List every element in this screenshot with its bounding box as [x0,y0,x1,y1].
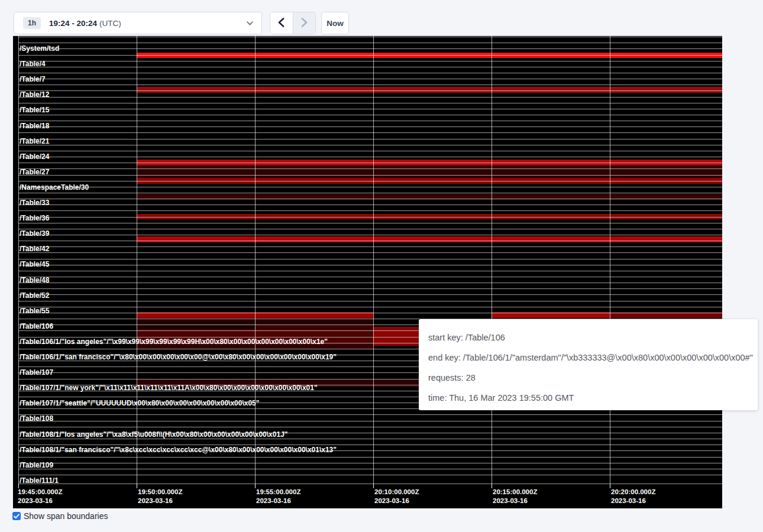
show-span-boundaries-label: Show span boundaries [24,512,108,521]
key-span-label: /Table/45 [20,261,49,268]
key-span-label: /Table/36 [20,215,49,222]
x-axis-date-label: 2023-03-16 [256,497,291,505]
span-boundary-line [18,229,722,229]
span-boundary-line [18,109,722,109]
span-boundary-line [18,73,722,73]
chevron-right-icon [301,18,308,29]
x-axis-time-label: 20:20:00.000Z [611,488,655,496]
heat-band[interactable] [137,87,722,93]
key-span-label: /Table/106/1/"san francisco"/"\x80\x00\x… [20,353,337,361]
span-boundary-line [18,439,722,439]
checkmark-icon [14,511,20,521]
key-span-label: /Table/48 [20,277,49,284]
time-gridline [492,35,492,488]
show-span-boundaries-checkbox[interactable] [12,512,21,520]
axis-tick [610,484,610,488]
heatmap-canvas[interactable]: 19:45:00.000Z2023-03-1619:50:00.000Z2023… [13,35,722,508]
key-span-label: /Table/7 [20,76,46,83]
axis-tick [137,484,137,488]
span-boundary-line [18,463,722,463]
cell-tooltip: start key: /Table/106 end key: /Table/10… [419,319,758,410]
axis-tick [255,484,256,488]
key-span-label: /Table/106/1/"los angeles"/"\x99\x99\x99… [20,338,328,346]
key-span-label: /Table/111/1 [20,477,59,485]
span-boundary-line [18,301,722,301]
span-boundary-line [18,199,722,199]
span-boundary-line [18,283,722,283]
span-boundary-line [18,313,722,313]
x-axis-time-label: 20:10:00.000Z [374,488,419,496]
span-boundary-line [18,252,722,253]
key-span-label: /Table/109 [20,462,53,469]
heat-band[interactable] [255,325,373,329]
span-boundary-line [18,294,722,295]
axis-tick [373,484,374,488]
heat-band[interactable] [137,53,722,58]
x-axis-date-label: 2023-03-16 [18,497,53,505]
tooltip-start-key: start key: /Table/106 [428,332,748,344]
x-axis-time-label: 19:55:00.000Z [256,488,300,496]
span-boundary-line [18,67,722,67]
time-gridline [255,35,256,488]
key-span-label: /Table/39 [20,230,49,238]
axis-tick [18,484,19,488]
span-boundary-line [18,97,722,98]
time-range-selector[interactable]: 1h 19:24 - 20:24 (UTC) [14,12,262,34]
time-gridline [137,35,137,488]
key-visualizer-page: 1h 19:24 - 20:24 (UTC) Now 19:45:00.000Z… [0,0,763,532]
x-axis-date-label: 2023-03-16 [138,497,173,505]
range-text: 19:24 - 20:24 [49,19,97,28]
span-boundary-line [18,151,722,151]
span-boundary-line [18,37,722,37]
key-span-label: /Table/42 [20,245,49,253]
span-boundary-line [18,469,722,469]
next-interval-button[interactable] [293,12,316,34]
prev-interval-button[interactable] [270,12,293,34]
span-boundary-line [18,223,722,223]
span-boundary-line [18,90,722,91]
key-span-label: /Table/108 [20,415,53,423]
span-boundary-line [18,132,722,133]
heat-band[interactable] [137,325,255,329]
span-boundary-line [18,55,722,56]
now-button[interactable]: Now [321,12,349,34]
span-boundary-line [18,421,722,421]
span-boundary-line [13,35,722,36]
span-boundary-line [18,235,722,235]
heat-band[interactable] [137,166,722,178]
key-span-label: /Table/107/1/"new york"/"\x11\x11\x11\x1… [20,384,318,392]
span-boundary-line [18,115,722,115]
span-boundary-line [18,205,722,205]
key-span-label: /Table/108/1/"los angeles"/"\xa8\xf5\u00… [20,431,288,439]
span-boundary-line [18,48,722,49]
key-span-label: /Table/21 [20,138,49,145]
tooltip-end-key: end key: /Table/106/1/"amsterdam"/"\xb33… [428,352,748,364]
span-boundary-line [18,163,722,163]
axis-tick [492,484,492,488]
span-boundary-line [18,307,722,307]
span-boundary-line [18,85,722,85]
key-span-label: /Table/4 [20,60,46,68]
span-boundary-line [18,265,722,265]
range-timezone: (UTC) [99,19,121,28]
span-boundary-line [18,187,722,187]
time-gridline [610,35,610,488]
key-span-label: /Table/55 [20,307,49,315]
heat-band[interactable] [137,236,722,242]
key-span-label: /Table/52 [20,292,49,300]
span-boundary-line [18,271,722,271]
x-axis-time-label: 20:15:00.000Z [493,488,537,496]
key-span-label: /Table/107 [20,369,53,377]
key-span-label: /Table/24 [20,153,49,161]
time-gridline [373,35,374,488]
key-span-label: /Table/107/1/"seattle"/"UUUUUUD\x00\x80\… [20,400,259,407]
span-boundary-line [18,484,722,484]
span-boundary-line [18,61,722,61]
time-gridline [18,35,19,488]
span-boundary-line [18,277,722,277]
span-boundary-line [18,157,722,157]
span-boundary-line [18,241,722,241]
span-boundary-line [18,193,722,193]
span-boundary-line [18,210,722,211]
tooltip-requests: requests: 28 [428,372,748,384]
